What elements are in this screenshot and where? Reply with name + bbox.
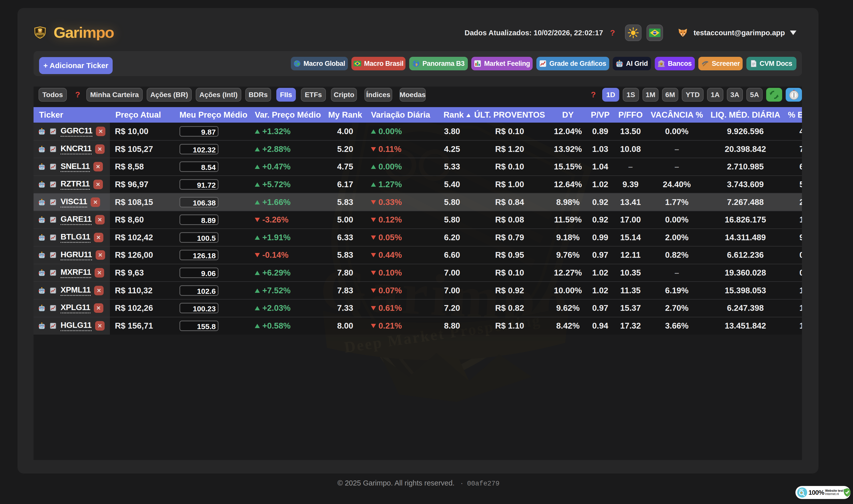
svg-text:Garimpo: Garimpo bbox=[36, 33, 44, 35]
